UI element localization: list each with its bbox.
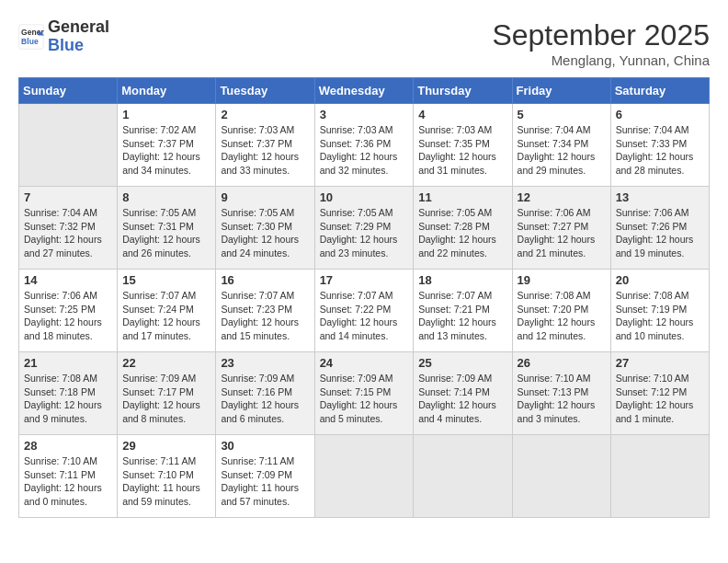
day-info: Sunrise: 7:09 AMSunset: 7:15 PMDaylight:… [320,372,409,426]
calendar-cell [414,435,512,518]
svg-text:Blue: Blue [21,37,39,46]
day-number: 9 [221,190,309,204]
calendar-cell [19,104,118,187]
calendar-cell: 21Sunrise: 7:08 AMSunset: 7:18 PMDayligh… [19,352,118,435]
logo-icon: General Blue [18,24,44,50]
day-info: Sunrise: 7:05 AMSunset: 7:30 PMDaylight:… [221,206,309,260]
calendar-cell: 4Sunrise: 7:03 AMSunset: 7:35 PMDaylight… [414,104,512,187]
calendar-week-2: 7Sunrise: 7:04 AMSunset: 7:32 PMDaylight… [19,187,710,270]
calendar-cell: 6Sunrise: 7:04 AMSunset: 7:33 PMDaylight… [610,104,709,187]
day-number: 20 [616,273,704,287]
day-number: 25 [418,356,506,370]
day-number: 21 [24,356,112,370]
calendar-cell: 13Sunrise: 7:06 AMSunset: 7:26 PMDayligh… [610,187,709,270]
day-info: Sunrise: 7:09 AMSunset: 7:14 PMDaylight:… [418,372,506,426]
calendar-cell: 30Sunrise: 7:11 AMSunset: 7:09 PMDayligh… [216,435,314,518]
calendar-cell: 29Sunrise: 7:11 AMSunset: 7:10 PMDayligh… [118,435,216,518]
calendar-cell: 5Sunrise: 7:04 AMSunset: 7:34 PMDaylight… [512,104,610,187]
calendar-cell: 20Sunrise: 7:08 AMSunset: 7:19 PMDayligh… [610,270,709,352]
header-friday: Friday [512,78,610,104]
calendar-cell: 28Sunrise: 7:10 AMSunset: 7:11 PMDayligh… [19,435,118,518]
calendar-cell: 15Sunrise: 7:07 AMSunset: 7:24 PMDayligh… [118,270,216,352]
day-info: Sunrise: 7:07 AMSunset: 7:23 PMDaylight:… [221,289,309,343]
day-number: 1 [122,108,210,121]
calendar-header: Sunday Monday Tuesday Wednesday Thursday… [19,78,710,104]
calendar-week-3: 14Sunrise: 7:06 AMSunset: 7:25 PMDayligh… [19,270,710,352]
day-info: Sunrise: 7:04 AMSunset: 7:32 PMDaylight:… [24,206,112,260]
calendar-body: 1Sunrise: 7:02 AMSunset: 7:37 PMDaylight… [19,104,710,518]
day-info: Sunrise: 7:08 AMSunset: 7:18 PMDaylight:… [24,372,112,426]
logo-line1: General [48,18,109,37]
calendar-cell: 7Sunrise: 7:04 AMSunset: 7:32 PMDaylight… [19,187,118,270]
calendar-cell: 17Sunrise: 7:07 AMSunset: 7:22 PMDayligh… [314,270,414,352]
day-number: 22 [122,356,210,370]
calendar-cell: 12Sunrise: 7:06 AMSunset: 7:27 PMDayligh… [512,187,610,270]
calendar-cell: 26Sunrise: 7:10 AMSunset: 7:13 PMDayligh… [512,352,610,435]
title-block: September 2025 Menglang, Yunnan, China [492,18,710,68]
calendar-week-1: 1Sunrise: 7:02 AMSunset: 7:37 PMDaylight… [19,104,710,187]
header-sunday: Sunday [19,78,118,104]
day-number: 12 [518,190,606,204]
day-number: 10 [320,190,409,204]
calendar-cell: 1Sunrise: 7:02 AMSunset: 7:37 PMDaylight… [118,104,216,187]
logo-line2: Blue [48,37,109,55]
day-info: Sunrise: 7:04 AMSunset: 7:33 PMDaylight:… [616,123,704,178]
calendar-week-5: 28Sunrise: 7:10 AMSunset: 7:11 PMDayligh… [19,435,710,518]
day-info: Sunrise: 7:03 AMSunset: 7:36 PMDaylight:… [320,123,409,178]
header-wednesday: Wednesday [314,78,414,104]
calendar-cell: 14Sunrise: 7:06 AMSunset: 7:25 PMDayligh… [19,270,118,352]
day-info: Sunrise: 7:08 AMSunset: 7:19 PMDaylight:… [616,289,704,343]
calendar-cell: 3Sunrise: 7:03 AMSunset: 7:36 PMDaylight… [314,104,414,187]
day-info: Sunrise: 7:11 AMSunset: 7:09 PMDaylight:… [221,454,309,509]
day-number: 4 [418,108,506,121]
day-info: Sunrise: 7:05 AMSunset: 7:29 PMDaylight:… [320,206,409,260]
day-number: 26 [518,356,606,370]
calendar-cell [610,435,709,518]
page-header: General Blue General Blue September 2025… [18,18,710,68]
day-number: 23 [221,356,309,370]
day-info: Sunrise: 7:09 AMSunset: 7:16 PMDaylight:… [221,372,309,426]
month-title: September 2025 [492,18,710,52]
day-number: 27 [616,356,704,370]
day-number: 14 [24,273,112,287]
day-number: 11 [418,190,506,204]
day-info: Sunrise: 7:07 AMSunset: 7:21 PMDaylight:… [418,289,506,343]
day-info: Sunrise: 7:04 AMSunset: 7:34 PMDaylight:… [518,123,606,178]
day-info: Sunrise: 7:02 AMSunset: 7:37 PMDaylight:… [122,123,210,178]
day-info: Sunrise: 7:09 AMSunset: 7:17 PMDaylight:… [122,372,210,426]
day-info: Sunrise: 7:05 AMSunset: 7:28 PMDaylight:… [418,206,506,260]
day-number: 13 [616,190,704,204]
day-number: 30 [221,439,309,453]
header-thursday: Thursday [414,78,512,104]
day-number: 18 [418,273,506,287]
calendar-cell: 16Sunrise: 7:07 AMSunset: 7:23 PMDayligh… [216,270,314,352]
header-row: Sunday Monday Tuesday Wednesday Thursday… [19,78,710,104]
day-info: Sunrise: 7:11 AMSunset: 7:10 PMDaylight:… [122,454,210,509]
calendar-cell: 24Sunrise: 7:09 AMSunset: 7:15 PMDayligh… [314,352,414,435]
day-number: 29 [122,439,210,453]
header-saturday: Saturday [610,78,709,104]
header-monday: Monday [118,78,216,104]
day-info: Sunrise: 7:07 AMSunset: 7:22 PMDaylight:… [320,289,409,343]
calendar-cell [512,435,610,518]
day-number: 8 [122,190,210,204]
location: Menglang, Yunnan, China [492,52,710,68]
day-number: 19 [518,273,606,287]
day-info: Sunrise: 7:06 AMSunset: 7:27 PMDaylight:… [518,206,606,260]
day-info: Sunrise: 7:06 AMSunset: 7:26 PMDaylight:… [616,206,704,260]
calendar-cell: 18Sunrise: 7:07 AMSunset: 7:21 PMDayligh… [414,270,512,352]
calendar-cell: 23Sunrise: 7:09 AMSunset: 7:16 PMDayligh… [216,352,314,435]
calendar-cell: 10Sunrise: 7:05 AMSunset: 7:29 PMDayligh… [314,187,414,270]
day-number: 6 [616,108,704,121]
logo: General Blue General Blue [18,18,109,55]
calendar-cell: 22Sunrise: 7:09 AMSunset: 7:17 PMDayligh… [118,352,216,435]
day-info: Sunrise: 7:05 AMSunset: 7:31 PMDaylight:… [122,206,210,260]
calendar-cell: 8Sunrise: 7:05 AMSunset: 7:31 PMDaylight… [118,187,216,270]
day-info: Sunrise: 7:03 AMSunset: 7:35 PMDaylight:… [418,123,506,178]
calendar-cell: 25Sunrise: 7:09 AMSunset: 7:14 PMDayligh… [414,352,512,435]
day-info: Sunrise: 7:07 AMSunset: 7:24 PMDaylight:… [122,289,210,343]
header-tuesday: Tuesday [216,78,314,104]
day-number: 7 [24,190,112,204]
day-info: Sunrise: 7:10 AMSunset: 7:11 PMDaylight:… [24,454,112,509]
day-number: 17 [320,273,409,287]
